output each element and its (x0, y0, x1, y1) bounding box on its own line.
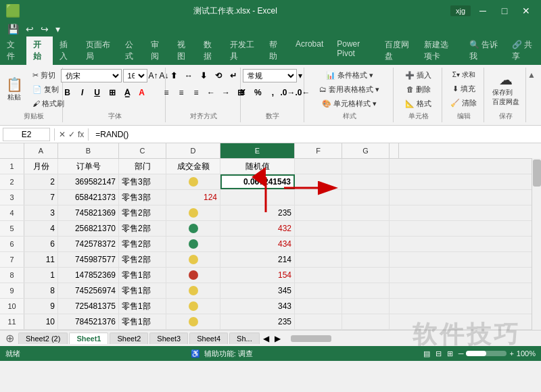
cell-E3[interactable] (220, 190, 295, 205)
cell-G4[interactable] (342, 205, 390, 220)
tab-devtools[interactable]: 开发工具 (223, 36, 262, 65)
ribbon-collapse-btn[interactable]: ▲ (527, 70, 536, 80)
formula-input[interactable] (93, 128, 538, 141)
cell-B3[interactable]: 658421373 (58, 190, 119, 205)
vertical-scrollbar[interactable] (532, 158, 541, 330)
cell-G6[interactable] (342, 237, 390, 251)
cell-F4[interactable] (295, 205, 342, 220)
tab-pagelayout[interactable]: 页面布局 (79, 36, 118, 65)
tab-powerpivot[interactable]: Power Pivot (330, 36, 377, 65)
text-direction-btn[interactable]: ⟲ (212, 69, 225, 82)
cell-F7[interactable] (295, 252, 342, 267)
sheet-tab-prev-btn[interactable]: ◀ (261, 334, 271, 343)
col-header-a[interactable]: A (24, 143, 58, 158)
cell-C10[interactable]: 零售1部 (119, 299, 166, 314)
cell-E7[interactable]: 214 (220, 252, 295, 267)
cell-F8[interactable] (295, 268, 342, 283)
autosum-btn[interactable]: Σ▾ 求和 (450, 69, 478, 81)
cell-B11[interactable]: 784521376 (58, 314, 119, 329)
tab-insert[interactable]: 插入 (53, 36, 79, 65)
cell-F2[interactable] (295, 174, 342, 189)
horizontal-scrollbar[interactable] (284, 334, 538, 343)
cell-A7[interactable]: 11 (24, 252, 58, 267)
insert-cell-btn[interactable]: ➕ 插入 (402, 69, 434, 82)
cell-C8[interactable]: 零售1部 (119, 268, 166, 283)
add-sheet-btn[interactable]: ⊕ (3, 332, 17, 345)
fill-color-button[interactable]: A̲ (120, 86, 134, 99)
row-number-4[interactable]: 4 (0, 205, 24, 220)
cell-G1[interactable] (342, 159, 390, 174)
delete-cell-btn[interactable]: 🗑 删除 (404, 83, 433, 96)
col-header-d[interactable]: D (166, 143, 220, 158)
cell-A2[interactable]: 2 (24, 174, 58, 189)
row-number-6[interactable]: 6 (0, 237, 24, 251)
font-size-select[interactable]: 16 (123, 69, 147, 82)
font-family-select[interactable]: 仿宋 (61, 69, 122, 82)
align-right-btn[interactable]: ≡ (189, 86, 203, 99)
confirm-formula-icon[interactable]: ✓ (68, 130, 75, 139)
tab-search[interactable]: 🔍 告诉我 (463, 36, 505, 65)
minimize-button[interactable]: ─ (473, 1, 492, 20)
cell-C3[interactable]: 零售3部 (119, 190, 166, 205)
number-format-dropdown-icon[interactable]: ▾ (298, 71, 302, 80)
cell-F3[interactable] (295, 190, 342, 205)
comma-btn[interactable]: , (266, 86, 279, 99)
sheet-tab-Sheet1[interactable]: Sheet1 (69, 333, 108, 344)
sheet-tab-Sheet2-(2)[interactable]: Sheet2 (2) (18, 333, 68, 344)
currency-btn[interactable]: ¥ (236, 86, 250, 99)
cell-E6[interactable]: 434 (220, 237, 295, 251)
save-cloud-btn[interactable]: ☁ 保存到百度网盘 (490, 72, 522, 108)
col-header-b[interactable]: B (58, 143, 119, 158)
tab-view[interactable]: 视图 (170, 36, 197, 65)
cell-C9[interactable]: 零售1部 (119, 283, 166, 298)
cell-G8[interactable] (342, 268, 390, 283)
cell-D6[interactable] (166, 237, 220, 251)
font-size-increase-btn[interactable]: A↑ (149, 71, 158, 80)
cell-D5[interactable] (166, 221, 220, 236)
tab-share[interactable]: 🔗 共享 (505, 36, 541, 65)
cell-D8[interactable] (166, 268, 220, 283)
cell-B1[interactable]: 订单号 (58, 159, 119, 174)
cell-G10[interactable] (342, 299, 390, 314)
cell-C6[interactable]: 零售2部 (119, 237, 166, 251)
zoom-in-btn[interactable]: + (509, 349, 513, 358)
zoom-slider[interactable] (466, 351, 507, 356)
row-number-11[interactable]: 11 (0, 314, 24, 329)
paste-button[interactable]: 📋 粘贴 (1, 76, 28, 103)
row-number-2[interactable]: 2 (0, 174, 24, 189)
cell-A9[interactable]: 8 (24, 283, 58, 298)
align-middle-btn[interactable]: ↔ (182, 69, 195, 82)
conditional-format-btn[interactable]: 📊 条件格式 ▾ (323, 69, 376, 82)
cell-F5[interactable] (295, 221, 342, 236)
cell-C7[interactable]: 零售2部 (119, 252, 166, 267)
cell-B5[interactable]: 256821370 (58, 221, 119, 236)
cell-E2[interactable]: 0.067241543 (220, 174, 295, 189)
tab-formula[interactable]: 公式 (118, 36, 145, 65)
cell-F6[interactable] (295, 237, 342, 251)
cell-A6[interactable]: 6 (24, 237, 58, 251)
save-quick-btn[interactable]: 💾 (5, 24, 21, 34)
view-pagebreak-btn[interactable]: ⊞ (447, 349, 453, 358)
cell-reference-input[interactable] (3, 128, 50, 141)
cell-F1[interactable] (295, 159, 342, 174)
cell-E1[interactable]: 随机值 (220, 159, 295, 174)
dropdown-quick-btn[interactable]: ▾ (53, 24, 62, 34)
cell-E10[interactable]: 343 (220, 299, 295, 314)
cell-D9[interactable] (166, 283, 220, 298)
font-color-button[interactable]: A (135, 86, 149, 99)
cell-G3[interactable] (342, 190, 390, 205)
user-button[interactable]: xjg (450, 5, 471, 16)
row-number-3[interactable]: 3 (0, 190, 24, 205)
clear-btn[interactable]: 🧹 清除 (448, 97, 479, 109)
cell-D7[interactable] (166, 252, 220, 267)
col-header-e[interactable]: E (220, 143, 295, 158)
cell-E4[interactable]: 235 (220, 205, 295, 220)
format-cell-btn[interactable]: 📐 格式 (402, 97, 434, 110)
cell-C1[interactable]: 部门 (119, 159, 166, 174)
cell-F11[interactable] (295, 314, 342, 329)
cell-D1[interactable]: 成交金额 (166, 159, 220, 174)
cell-E9[interactable]: 345 (220, 283, 295, 298)
align-center-btn[interactable]: ≡ (174, 86, 188, 99)
redo-quick-btn[interactable]: ↪ (39, 24, 51, 34)
bold-button[interactable]: B (61, 86, 74, 99)
